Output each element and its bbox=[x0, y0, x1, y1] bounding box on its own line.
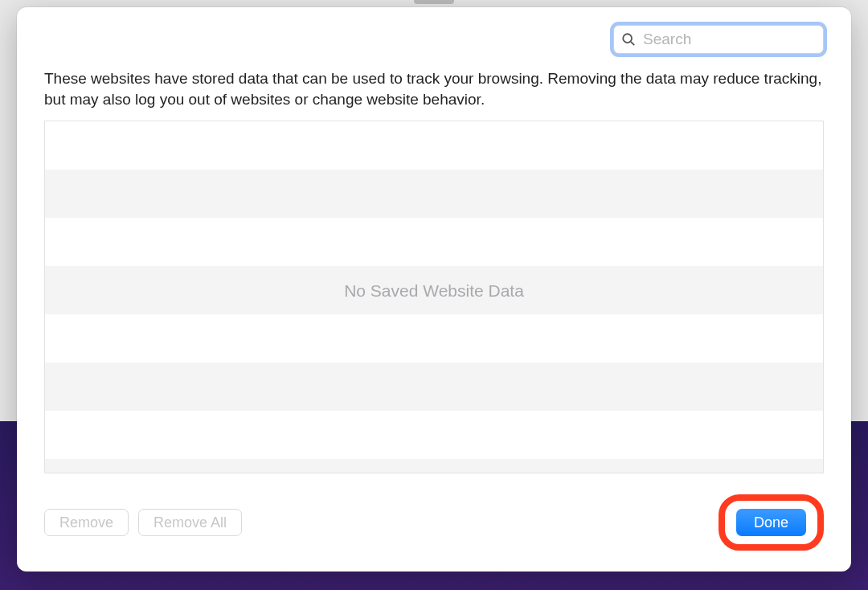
search-field-wrapper bbox=[613, 25, 824, 54]
empty-state-message: No Saved Website Data bbox=[344, 281, 524, 301]
list-row bbox=[45, 411, 823, 459]
website-data-dialog: These websites have stored data that can… bbox=[17, 7, 851, 572]
list-row bbox=[45, 218, 823, 266]
done-highlight-annotation: Done bbox=[719, 494, 824, 551]
search-row bbox=[44, 25, 824, 54]
done-button[interactable]: Done bbox=[736, 509, 806, 536]
list-row bbox=[45, 459, 823, 473]
list-row bbox=[45, 170, 823, 218]
remove-all-button[interactable]: Remove All bbox=[138, 509, 242, 536]
remove-button[interactable]: Remove bbox=[44, 509, 129, 536]
svg-point-0 bbox=[623, 34, 632, 43]
window-title-notch bbox=[414, 0, 454, 4]
button-row: Remove Remove All Done bbox=[44, 494, 824, 551]
website-data-list[interactable]: No Saved Website Data bbox=[44, 121, 824, 473]
search-icon bbox=[621, 32, 636, 47]
search-input[interactable] bbox=[613, 25, 824, 54]
list-row bbox=[45, 121, 823, 170]
list-row bbox=[45, 314, 823, 363]
list-row bbox=[45, 363, 823, 411]
description-text: These websites have stored data that can… bbox=[44, 68, 824, 109]
svg-line-1 bbox=[631, 42, 634, 45]
